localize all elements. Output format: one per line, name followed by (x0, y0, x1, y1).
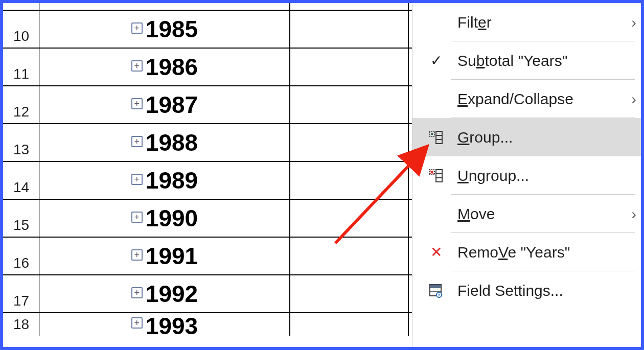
table-row: 16 + 1991 (3, 238, 412, 275)
check-icon: ✓ (425, 52, 447, 69)
year-value: 1986 (146, 53, 198, 81)
table-row: 18 + 1993 (3, 313, 412, 336)
menu-remove[interactable]: ✕ RemoVe "Years" (412, 233, 644, 271)
menu-field-settings[interactable]: Field Settings... (412, 271, 644, 310)
menu-label: RemoVe "Years" (457, 244, 644, 261)
row-header[interactable]: 11 (3, 49, 40, 85)
pivot-cell[interactable] (40, 3, 290, 10)
pivot-year-cell[interactable]: + 1988 (40, 124, 290, 161)
chevron-right-icon: › (624, 205, 644, 223)
svg-rect-2 (436, 131, 442, 144)
expand-icon[interactable]: + (131, 317, 143, 329)
expand-icon[interactable]: + (131, 174, 143, 185)
menu-group[interactable]: Group... (412, 118, 644, 156)
year-value: 1990 (146, 204, 198, 232)
row-header[interactable] (3, 3, 40, 10)
pivot-cell[interactable] (290, 124, 409, 161)
menu-filter[interactable]: Filter › (412, 3, 644, 41)
expand-icon[interactable]: + (131, 98, 143, 109)
field-settings-icon (425, 283, 447, 299)
table-row: 12 + 1987 (3, 86, 412, 124)
pivot-year-cell[interactable]: + 1991 (40, 238, 290, 274)
pivot-cell[interactable] (290, 238, 409, 274)
table-row: 17 + 1992 (3, 275, 412, 313)
pivot-cell[interactable] (290, 49, 409, 85)
menu-subtotal[interactable]: ✓ Subtotal "Years" (412, 41, 644, 80)
pivot-year-cell[interactable]: + 1989 (40, 162, 290, 199)
pivot-year-cell[interactable]: + 1985 (40, 11, 290, 48)
menu-move[interactable]: Move › (412, 195, 644, 233)
pivot-year-cell[interactable]: + 1990 (40, 200, 290, 237)
table-row: 15 + 1990 (3, 200, 412, 238)
menu-label: Group... (457, 129, 644, 146)
svg-point-16 (439, 294, 440, 295)
pivot-sheet: 10 + 1985 11 + 1986 12 + 1987 13 + 1988 … (3, 3, 412, 347)
row-header[interactable]: 15 (3, 200, 40, 237)
expand-icon[interactable]: + (131, 22, 143, 34)
table-row: 14 + 1989 (3, 162, 412, 200)
menu-ungroup[interactable]: Ungroup... (412, 156, 644, 195)
menu-expand-collapse[interactable]: Expand/Collapse › (412, 80, 644, 118)
pivot-cell[interactable] (290, 275, 409, 312)
year-value: 1992 (146, 280, 198, 308)
pivot-year-cell[interactable]: + 1987 (40, 86, 290, 123)
ungroup-icon (425, 168, 447, 184)
menu-label: Field Settings... (457, 282, 644, 299)
row-header[interactable]: 10 (3, 11, 40, 48)
x-icon: ✕ (425, 244, 447, 261)
row-header[interactable]: 13 (3, 124, 40, 161)
group-icon (425, 129, 447, 146)
pivot-cell[interactable] (290, 313, 409, 336)
row-header[interactable]: 12 (3, 86, 40, 123)
menu-label: Ungroup... (457, 167, 644, 184)
table-row: 10 + 1985 (3, 11, 412, 49)
row-header[interactable]: 17 (3, 275, 40, 312)
context-menu: Filter › ✓ Subtotal "Years" Expand/Colla… (412, 3, 644, 347)
menu-label: Move (457, 205, 624, 223)
row-partial-top (3, 3, 412, 11)
year-value: 1989 (146, 167, 198, 194)
expand-icon[interactable]: + (131, 249, 143, 261)
pivot-year-cell[interactable]: + 1986 (40, 49, 290, 85)
pivot-cell[interactable] (290, 86, 409, 123)
chevron-right-icon: › (624, 14, 644, 31)
menu-label: Filter (457, 14, 624, 31)
pivot-cell[interactable] (290, 162, 409, 199)
table-row: 11 + 1986 (3, 49, 412, 86)
year-value: 1993 (146, 312, 198, 340)
pivot-year-cell[interactable]: + 1992 (40, 275, 290, 312)
row-header[interactable]: 18 (3, 313, 40, 336)
row-header[interactable]: 14 (3, 162, 40, 199)
pivot-cell[interactable] (290, 200, 409, 237)
pivot-cell[interactable] (290, 11, 409, 48)
menu-label: Expand/Collapse (457, 90, 624, 108)
menu-label: Subtotal "Years" (457, 52, 644, 69)
pivot-cell[interactable] (290, 3, 409, 10)
year-value: 1987 (146, 91, 198, 119)
year-value: 1988 (146, 129, 198, 156)
year-value: 1991 (146, 242, 198, 270)
chevron-right-icon: › (624, 90, 644, 108)
table-row: 13 + 1988 (3, 124, 412, 162)
expand-icon[interactable]: + (131, 60, 143, 72)
svg-rect-1 (431, 133, 433, 135)
expand-icon[interactable]: + (131, 287, 143, 298)
expand-icon[interactable]: + (131, 212, 143, 223)
svg-rect-8 (436, 170, 442, 182)
row-header[interactable]: 16 (3, 238, 40, 274)
svg-rect-12 (430, 285, 441, 288)
expand-icon[interactable]: + (131, 136, 143, 147)
year-value: 1985 (146, 15, 198, 43)
pivot-year-cell[interactable]: + 1993 (40, 313, 290, 336)
